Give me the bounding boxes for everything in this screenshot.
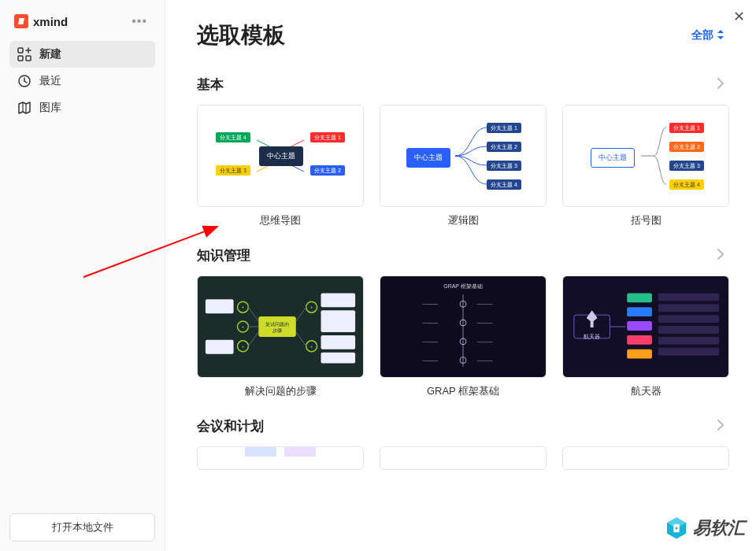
svg-rect-24 <box>321 335 356 349</box>
nav-label: 最近 <box>39 74 61 88</box>
thumb-node: 分支主题 1 <box>487 123 521 133</box>
svg-text:————: ———— <box>422 302 438 306</box>
svg-rect-57 <box>245 446 276 457</box>
template-thumbnail-bracket[interactable]: 中心主题 分支主题 1 分支主题 2 分支主题 3 分支主题 4 <box>562 105 729 207</box>
svg-text:+: + <box>310 305 313 309</box>
card-label: 解决问题的步骤 <box>197 384 364 398</box>
svg-rect-55 <box>658 337 719 345</box>
template-thumbnail-spacecraft[interactable]: 航天器 <box>562 276 729 378</box>
clock-icon <box>17 74 32 88</box>
thumb-node: 中心主题 <box>406 148 450 168</box>
thumb-node: 分支主题 2 <box>310 165 345 176</box>
page-title: 选取模板 <box>197 20 285 50</box>
template-thumbnail-problem-steps[interactable]: 复试问题的 步骤 + + + + + <box>197 276 364 378</box>
main: ✕ 选取模板 全部 基本 <box>165 0 756 551</box>
chevron-right-icon <box>717 78 724 92</box>
brand-name: xmind <box>33 15 68 28</box>
section-header-basic[interactable]: 基本 <box>197 76 724 94</box>
template-card: 中心主题 分支主题 1 分支主题 2 分支主题 3 分支主题 4 括号图 <box>562 105 729 227</box>
svg-text:————: ———— <box>477 302 493 306</box>
thumb-node: 分支主题 2 <box>487 142 521 152</box>
svg-rect-48 <box>627 321 652 331</box>
template-card <box>197 446 364 470</box>
svg-rect-51 <box>658 293 719 301</box>
card-label: GRAP 框架基础 <box>380 384 547 398</box>
sidebar-item-new[interactable]: 新建 <box>9 41 155 68</box>
main-header: 选取模板 全部 <box>197 0 724 57</box>
svg-text:步骤: 步骤 <box>272 328 282 333</box>
section-header-knowledge[interactable]: 知识管理 <box>197 246 724 264</box>
thumb-node: 中心主题 <box>591 148 635 168</box>
svg-text:————: ———— <box>477 321 493 325</box>
template-thumbnail-partial[interactable] <box>380 446 547 470</box>
template-card: 复试问题的 步骤 + + + + + 解决问题的步骤 <box>197 276 364 398</box>
nav-label: 图库 <box>39 101 61 115</box>
card-row-basic: 分支主题 4 分支主题 3 中心主题 分支主题 1 分支主题 2 思维导图 <box>197 105 724 227</box>
svg-text:————: ———— <box>477 340 493 344</box>
svg-line-30 <box>296 332 306 346</box>
svg-text:————: ———— <box>422 359 438 363</box>
svg-rect-47 <box>627 307 652 316</box>
svg-rect-20 <box>206 299 234 313</box>
section-title: 基本 <box>197 76 224 94</box>
svg-text:————: ———— <box>422 321 438 325</box>
sidebar: xmind ••• 新建 最近 图库 打开本地文件 <box>0 0 165 551</box>
thumb-node: 分支主题 1 <box>310 132 345 142</box>
sidebar-header: xmind ••• <box>9 9 155 41</box>
filter-label: 全部 <box>691 28 713 43</box>
thumb-node: 分支主题 1 <box>669 123 704 133</box>
filter-dropdown[interactable]: 全部 <box>691 28 724 43</box>
svg-text:+: + <box>242 344 245 349</box>
more-button[interactable]: ••• <box>128 13 150 30</box>
card-label: 逻辑图 <box>380 213 547 227</box>
thumb-node: 分支主题 3 <box>487 161 521 171</box>
thumb-node: 分支主题 3 <box>669 161 704 171</box>
svg-rect-22 <box>321 293 356 307</box>
svg-rect-21 <box>206 340 234 354</box>
svg-rect-56 <box>658 348 719 356</box>
svg-rect-50 <box>627 349 652 359</box>
chevron-right-icon <box>717 249 724 263</box>
svg-rect-58 <box>284 446 316 457</box>
template-card: 分支主题 4 分支主题 3 中心主题 分支主题 1 分支主题 2 思维导图 <box>197 105 364 227</box>
svg-rect-23 <box>321 310 356 332</box>
thumb-node: 分支主题 4 <box>216 132 250 142</box>
template-thumbnail-logic[interactable]: 中心主题 分支主题 1 分支主题 2 分支主题 3 分支主题 4 <box>380 105 547 207</box>
sidebar-item-recent[interactable]: 最近 <box>9 68 155 94</box>
thumb-text: 复试问题的 <box>265 322 289 327</box>
section-title: 知识管理 <box>197 246 250 264</box>
svg-rect-1 <box>18 56 23 61</box>
nav-label: 新建 <box>39 47 61 61</box>
brand-logo-icon <box>14 14 28 28</box>
brand: xmind <box>14 14 68 28</box>
svg-rect-53 <box>658 315 719 323</box>
template-thumbnail-mindmap[interactable]: 分支主题 4 分支主题 3 中心主题 分支主题 1 分支主题 2 <box>197 105 364 207</box>
svg-line-29 <box>296 307 306 321</box>
svg-rect-0 <box>18 48 23 53</box>
close-icon[interactable]: ✕ <box>733 8 745 25</box>
card-row-meetings <box>197 446 724 470</box>
template-card <box>562 446 729 470</box>
thumb-text: GRAP 框架基础 <box>443 283 482 289</box>
template-thumbnail-partial[interactable] <box>562 446 729 470</box>
card-label: 括号图 <box>562 213 729 227</box>
svg-rect-46 <box>627 293 652 302</box>
chevron-right-icon <box>717 420 724 434</box>
template-thumbnail-grap[interactable]: GRAP 框架基础 ———————— ———————— ———————— ———… <box>380 276 547 378</box>
section-title: 会议和计划 <box>197 417 264 435</box>
svg-rect-2 <box>26 56 31 61</box>
svg-rect-25 <box>321 353 356 364</box>
sidebar-item-library[interactable]: 图库 <box>9 94 155 121</box>
svg-text:————: ———— <box>477 359 493 363</box>
sort-icon <box>717 29 724 42</box>
svg-text:+: + <box>242 324 245 329</box>
open-local-button[interactable]: 打开本地文件 <box>9 513 155 542</box>
template-card <box>380 446 547 470</box>
template-thumbnail-partial[interactable] <box>197 446 364 470</box>
section-header-meetings[interactable]: 会议和计划 <box>197 417 724 435</box>
grid-plus-icon <box>17 47 32 61</box>
thumb-text: 航天器 <box>584 334 600 339</box>
thumb-node: 分支主题 4 <box>487 179 521 190</box>
thumb-node: 分支主题 2 <box>669 142 704 152</box>
svg-line-26 <box>248 307 258 321</box>
